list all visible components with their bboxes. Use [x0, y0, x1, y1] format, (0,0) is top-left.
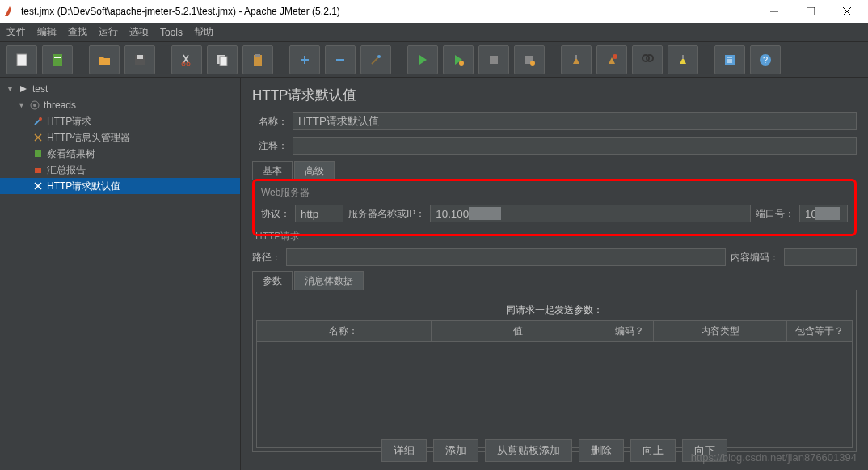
start-no-pause-button[interactable] — [443, 45, 474, 74]
tree-http-defaults[interactable]: HTTP请求默认值 — [0, 178, 240, 194]
cut-button[interactable] — [171, 45, 202, 74]
menu-options[interactable]: 选项 — [129, 25, 149, 39]
tree-summary-report[interactable]: 汇总报告 — [0, 162, 240, 178]
tree-item-label: HTTP请求 — [47, 115, 91, 129]
menu-search[interactable]: 查找 — [68, 25, 87, 39]
copy-button[interactable] — [207, 45, 238, 74]
svg-rect-5 — [53, 54, 62, 66]
tree-item-label: HTTP请求默认值 — [47, 180, 120, 193]
shutdown-button[interactable] — [514, 45, 545, 74]
minimize-button[interactable] — [756, 0, 792, 23]
protocol-input[interactable] — [295, 205, 343, 222]
config-icon — [32, 180, 44, 192]
tree-item-label: HTTP信息头管理器 — [47, 131, 130, 145]
help-button[interactable]: ? — [750, 45, 781, 74]
report-icon — [32, 164, 44, 176]
menu-run[interactable]: 运行 — [99, 25, 118, 39]
web-server-highlight: Web服务器 协议： 服务器名称或IP： 端口号： — [252, 179, 857, 236]
port-label: 端口号： — [756, 207, 794, 221]
comment-input[interactable] — [293, 137, 857, 155]
up-button[interactable]: 向上 — [630, 439, 676, 462]
threadgroup-icon — [29, 100, 40, 111]
svg-rect-1 — [807, 7, 815, 15]
menu-file[interactable]: 文件 — [6, 25, 26, 39]
server-label: 服务器名称或IP： — [348, 207, 425, 221]
window-title: test.jmx (D:\DevSoft\apache-jmeter-5.2.1… — [21, 6, 756, 17]
tree-view-results[interactable]: 察看结果树 — [0, 146, 240, 162]
app-icon — [3, 5, 16, 18]
tree-header-manager[interactable]: HTTP信息头管理器 — [0, 129, 240, 146]
form-panel: HTTP请求默认值 名称： 注释： 基本 高级 Web服务器 协议： 服务器名称… — [241, 78, 868, 470]
menubar: 文件 编辑 查找 运行 选项 Tools 帮助 — [0, 23, 868, 42]
close-button[interactable] — [828, 0, 865, 23]
name-input[interactable] — [293, 112, 857, 130]
paste-button[interactable] — [242, 45, 273, 74]
col-name[interactable]: 名称： — [257, 321, 432, 341]
function-helper-button[interactable] — [714, 45, 745, 74]
tree-root[interactable]: ▼ test — [0, 81, 240, 97]
delete-button[interactable]: 删除 — [579, 439, 624, 462]
detail-button[interactable]: 详细 — [381, 439, 427, 462]
down-button[interactable]: 向下 — [682, 439, 727, 462]
tab-parameters[interactable]: 参数 — [252, 271, 293, 290]
testplan-icon — [18, 83, 29, 95]
expand-button[interactable] — [289, 45, 320, 74]
tab-basic[interactable]: 基本 — [252, 161, 293, 180]
toggle-button[interactable] — [360, 45, 391, 74]
open-button[interactable] — [89, 45, 120, 74]
encoding-label: 内容编码： — [731, 251, 779, 265]
tab-advanced[interactable]: 高级 — [294, 161, 335, 180]
button-row: 详细 添加 从剪贴板添加 删除 向上 向下 — [241, 439, 868, 462]
save-button[interactable] — [124, 45, 155, 74]
start-button[interactable] — [407, 45, 438, 74]
protocol-label: 协议： — [261, 207, 290, 221]
menu-help[interactable]: 帮助 — [194, 25, 213, 39]
path-input[interactable] — [286, 248, 726, 266]
col-value[interactable]: 值 — [432, 321, 606, 341]
from-clipboard-button[interactable]: 从剪贴板添加 — [485, 439, 572, 462]
svg-rect-20 — [490, 56, 498, 64]
params-section-title: 同请求一起发送参数： — [256, 303, 853, 317]
clear-all-button[interactable] — [596, 45, 627, 74]
name-label: 名称： — [252, 115, 293, 129]
menu-tools[interactable]: Tools — [160, 27, 183, 38]
stop-button[interactable] — [478, 45, 509, 74]
path-label: 路径： — [252, 251, 281, 265]
listener-icon — [32, 148, 44, 159]
svg-rect-38 — [35, 168, 41, 173]
tree-threads[interactable]: ▼ threads — [0, 97, 240, 113]
svg-rect-27 — [682, 55, 684, 59]
menu-edit[interactable]: 编辑 — [37, 25, 57, 39]
svg-rect-23 — [575, 55, 577, 59]
page-title: HTTP请求默认值 — [252, 86, 857, 104]
params-table-body[interactable] — [257, 342, 852, 447]
comment-label: 注释： — [252, 139, 293, 153]
tree-root-label: test — [32, 83, 48, 95]
collapse-button[interactable] — [325, 45, 356, 74]
clear-button[interactable] — [561, 45, 592, 74]
tree-threads-label: threads — [44, 100, 76, 111]
web-server-legend: Web服务器 — [261, 186, 848, 200]
tree-http-request[interactable]: HTTP请求 — [0, 113, 240, 129]
col-encode[interactable]: 编码？ — [605, 321, 654, 341]
reset-search-button[interactable] — [668, 45, 698, 74]
tree-item-label: 察看结果树 — [47, 147, 95, 161]
new-button[interactable] — [6, 45, 37, 74]
col-include-equals[interactable]: 包含等于？ — [787, 321, 852, 341]
encoding-input[interactable] — [784, 248, 857, 266]
svg-rect-37 — [35, 150, 41, 157]
search-button[interactable] — [632, 45, 663, 74]
svg-rect-6 — [54, 57, 61, 58]
col-content-type[interactable]: 内容类型 — [654, 321, 787, 341]
sampler-icon — [32, 116, 44, 127]
tab-body-data[interactable]: 消息体数据 — [294, 271, 364, 290]
tree-toggle-icon[interactable]: ▼ — [6, 85, 15, 93]
svg-rect-4 — [17, 54, 27, 66]
tree-toggle-icon[interactable]: ▼ — [18, 101, 26, 109]
templates-button[interactable] — [42, 45, 73, 74]
window-titlebar: test.jmx (D:\DevSoft\apache-jmeter-5.2.1… — [0, 0, 868, 23]
add-button[interactable]: 添加 — [433, 439, 478, 462]
svg-text:?: ? — [763, 55, 768, 65]
toolbar: ? — [0, 42, 868, 78]
maximize-button[interactable] — [792, 0, 828, 23]
